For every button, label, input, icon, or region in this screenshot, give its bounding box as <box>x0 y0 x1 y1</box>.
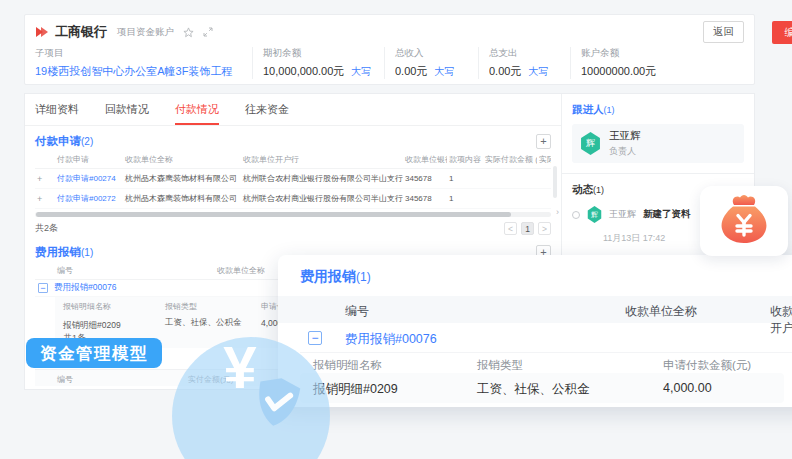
payment-request-header: 付款申请(2) + <box>35 133 551 150</box>
account-header-card: 工商银行 项目资金账户 返回 子项目 19楼西投创智中心办公室A幢3F装饰工程 … <box>24 14 755 85</box>
overlay-header-row: 编号 收款单位全称 收款单位开户行 <box>278 296 792 323</box>
total-income-value: 0.00元 <box>395 65 427 77</box>
daxie-link[interactable]: 大写 <box>351 66 371 77</box>
tab-payment[interactable]: 付款情况 <box>175 102 219 125</box>
daxie-link[interactable]: 大写 <box>434 66 454 77</box>
overlay-detail-header: 报销明细名称 报销类型 申请付款金额(元) <box>300 353 792 373</box>
overlay-expense-row: − 费用报销#00076 <box>300 323 792 353</box>
activity-user: 王亚辉 <box>609 208 636 221</box>
account-summary: 子项目 19楼西投创智中心办公室A幢3F装饰工程 期初余额 10,000,000… <box>25 41 754 79</box>
money-bag-icon <box>718 194 770 248</box>
field-account-balance: 账户余额 10000000.00元 <box>581 47 666 79</box>
titlebar: 工商银行 项目资金账户 返回 <box>25 15 754 41</box>
activity-status-icon <box>572 211 580 219</box>
follower-name: 王亚辉 <box>609 129 641 143</box>
horizontal-scrollbar <box>35 212 551 217</box>
prev-page-button[interactable]: < <box>504 222 517 235</box>
avatar: 辉 <box>580 132 601 155</box>
daxie-link[interactable]: 大写 <box>528 66 548 77</box>
table-row: + 付款申请#00272 杭州品木森鹰装饰材料有限公司 杭州联合农村商业银行股份… <box>35 189 551 209</box>
total-count: 共2条 <box>35 222 58 235</box>
divider <box>562 173 754 174</box>
expand-icon[interactable] <box>203 27 213 37</box>
field-total-income: 总收入 0.00元大写 <box>395 47 479 79</box>
payment-request-link[interactable]: 付款申请#00272 <box>57 194 116 203</box>
table-header-row: 付款申请 收款单位全称 收款单位开户行 收款单位银行帐号 款项内容 实际付款金额… <box>35 150 551 169</box>
follower-role: 负责人 <box>609 145 641 158</box>
field-opening-balance: 期初余额 10,000,000.00元大写 <box>263 47 385 79</box>
subproject-link[interactable]: 19楼西投创智中心办公室A幢3F装饰工程 <box>35 65 232 77</box>
payment-request-link[interactable]: 付款申请#00274 <box>57 174 116 183</box>
expense-detail-link[interactable]: 报销明细#0209 <box>63 320 121 330</box>
star-icon[interactable] <box>183 27 194 38</box>
page-number[interactable]: 1 <box>521 222 534 235</box>
back-button[interactable]: 返回 <box>703 21 744 43</box>
opening-balance-value: 10,000,000.00元 <box>263 65 344 77</box>
activity-action: 新建了资料 <box>643 208 691 221</box>
edit-button[interactable]: 编辑 <box>772 21 792 44</box>
vertical-scrollbar[interactable] <box>553 166 557 198</box>
screen: 工商银行 项目资金账户 返回 子项目 19楼西投创智中心办公室A幢3F装饰工程 … <box>0 0 792 459</box>
tab-collection[interactable]: 回款情况 <box>105 102 149 125</box>
account-balance-value: 10000000.00元 <box>581 65 656 77</box>
bank-logo-icon <box>35 26 49 38</box>
payment-request-footer: 共2条 < 1 > <box>35 222 551 235</box>
expand-row-icon[interactable]: + <box>35 169 55 189</box>
field-total-expense: 总支出 0.00元大写 <box>489 47 571 79</box>
tab-transactions[interactable]: 往来资金 <box>245 102 289 125</box>
field-subproject: 子项目 19楼西投创智中心办公室A幢3F装饰工程 <box>35 47 253 79</box>
overlay-detail-row: 报销明细#0209 工资、社保、公积金 4,000.00 <box>300 373 784 403</box>
expense-zoom-card: 费用报销(1) 编号 收款单位全称 收款单位开户行 − 费用报销#00076 报… <box>278 255 792 407</box>
table-row: + 付款申请#00274 杭州品木森鹰装饰材料有限公司 杭州联合农村商业银行股份… <box>35 169 551 189</box>
account-type-tag: 项目资金账户 <box>117 26 174 39</box>
tab-basic-info[interactable]: 详细资料 <box>35 102 79 125</box>
scrollbar-thumb[interactable] <box>36 212 511 217</box>
overlay-title: 费用报销(1) <box>300 268 792 286</box>
model-badge: 资金管理模型 <box>26 338 162 368</box>
expense-link[interactable]: 费用报销#00076 <box>54 282 116 294</box>
payment-request-title: 付款申请(2) <box>35 134 93 149</box>
expand-row-icon[interactable]: + <box>35 189 55 209</box>
avatar: 辉 <box>587 206 602 223</box>
shield-check-icon <box>248 372 307 436</box>
payment-request-table-wrap: 付款申请 收款单位全称 收款单位开户行 收款单位银行帐号 款项内容 实际付款金额… <box>35 150 551 209</box>
next-page-button[interactable]: > <box>538 222 551 235</box>
payment-request-table: 付款申请 收款单位全称 收款单位开户行 收款单位银行帐号 款项内容 实际付款金额… <box>35 150 551 209</box>
page-title: 工商银行 <box>55 23 107 41</box>
collapse-row-icon[interactable]: − <box>38 283 48 293</box>
follower-title: 跟进人(1) <box>572 103 744 117</box>
collapse-row-icon[interactable]: − <box>308 331 322 345</box>
total-expense-value: 0.00元 <box>489 65 521 77</box>
follower-item[interactable]: 辉 王亚辉 负责人 <box>572 124 744 163</box>
tab-bar: 详细资料 回款情况 付款情况 往来资金 <box>25 94 561 126</box>
expense-title: 费用报销(1) <box>35 245 93 260</box>
money-bag-card <box>700 186 788 256</box>
expense-link[interactable]: 费用报销#00076 <box>345 331 437 348</box>
pagination: < 1 > <box>504 222 551 235</box>
add-payment-request-button[interactable]: + <box>536 134 551 149</box>
